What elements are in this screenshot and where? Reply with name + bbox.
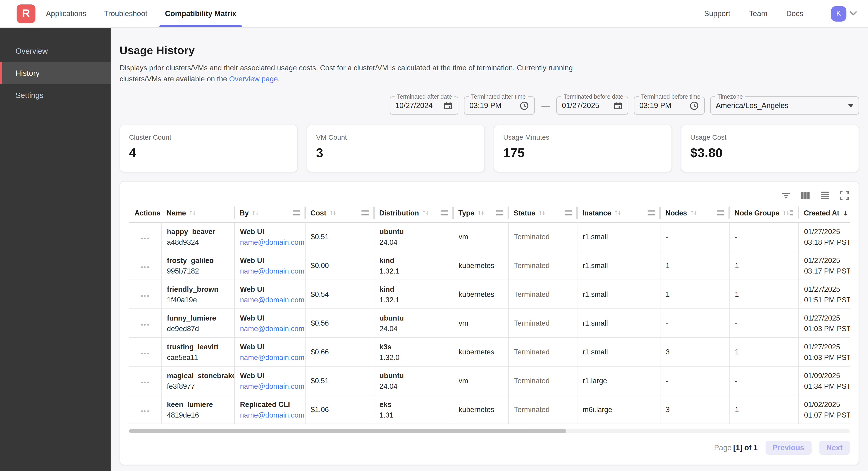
clock-icon[interactable] xyxy=(689,100,699,110)
column-menu-icon[interactable] xyxy=(362,210,369,215)
cell-created: 01/27/202501:03 PM PST xyxy=(798,337,849,366)
cell-by: Replicated CLIname@domain.com xyxy=(234,395,305,424)
next-button[interactable]: Next xyxy=(819,441,850,454)
avatar[interactable]: K xyxy=(831,6,846,21)
nav-link-docs[interactable]: Docs xyxy=(786,9,803,18)
distribution-version: 24.04 xyxy=(379,237,451,247)
row-actions-button[interactable] xyxy=(139,264,151,270)
column-menu-icon[interactable] xyxy=(496,210,503,215)
terminated-before-date-field[interactable]: Terminated before date 01/27/2025 xyxy=(556,96,628,115)
column-menu-icon[interactable] xyxy=(648,210,655,215)
column-label: Distribution xyxy=(379,209,419,217)
field-label: Terminated after date xyxy=(395,93,454,100)
terminated-after-date-field[interactable]: Terminated after date 10/27/2024 xyxy=(390,96,458,115)
tab-troubleshoot[interactable]: Troubleshoot xyxy=(104,0,147,27)
row-actions-button[interactable] xyxy=(139,408,151,414)
cluster-id: 1f40a19e xyxy=(167,294,232,305)
timezone-select[interactable]: Timezone America/Los_Angeles xyxy=(710,96,859,115)
app-logo[interactable]: R xyxy=(17,4,35,23)
distribution-version: 1.32.1 xyxy=(379,294,451,305)
column-header-instance[interactable]: Instance↑↓ xyxy=(577,204,660,223)
density-icon[interactable] xyxy=(819,190,831,201)
columns-icon[interactable] xyxy=(800,190,811,201)
cell-instance: r1.small xyxy=(577,280,660,309)
column-header-status[interactable]: Status↑↓ xyxy=(508,204,577,223)
description-line-2-text: clusters/VMs are available on the xyxy=(120,75,229,83)
sort-icon: ↑↓ xyxy=(189,210,196,216)
nav-link-team[interactable]: Team xyxy=(749,9,767,18)
user-email-link[interactable]: name@domain.com xyxy=(240,265,303,276)
column-header-cost[interactable]: Cost↑↓ xyxy=(305,204,374,223)
cell-distribution: kind1.32.1 xyxy=(374,280,453,309)
distribution-version: 1.31 xyxy=(379,410,451,420)
filter-icon[interactable] xyxy=(780,190,792,201)
cell-distribution: ubuntu24.04 xyxy=(374,366,453,395)
user-email-link[interactable]: name@domain.com xyxy=(240,323,303,334)
column-header-type[interactable]: Type↑↓ xyxy=(453,204,508,223)
previous-button[interactable]: Previous xyxy=(766,441,812,454)
column-menu-icon[interactable] xyxy=(790,210,793,215)
column-label: Name xyxy=(166,209,186,217)
row-actions-button[interactable] xyxy=(139,321,151,327)
user-email-link[interactable]: name@domain.com xyxy=(240,410,303,420)
terminated-after-time-field[interactable]: Terminated after time 03:19 PM xyxy=(464,96,535,115)
description-line-1: Displays prior clusters/VMs and their as… xyxy=(120,63,859,73)
row-actions-button[interactable] xyxy=(139,379,151,385)
row-actions-button[interactable] xyxy=(139,350,151,356)
column-header-nodes[interactable]: Nodes↑↓ xyxy=(660,204,729,223)
created-time: 03:18 PM PST xyxy=(804,237,847,247)
created-by: Web UI xyxy=(240,370,303,381)
page-indicator: Page[1] of 1 xyxy=(714,444,758,452)
horizontal-scrollbar[interactable] xyxy=(129,429,850,433)
sidebar-item-overview[interactable]: Overview xyxy=(0,40,111,62)
column-menu-icon[interactable] xyxy=(717,210,724,215)
terminated-before-time-field[interactable]: Terminated before time 03:19 PM xyxy=(634,96,705,115)
created-by: Web UI xyxy=(240,255,303,266)
stat-label: Usage Cost xyxy=(690,134,850,141)
overview-page-link[interactable]: Overview page xyxy=(229,75,278,83)
cell-nodes: 3 xyxy=(660,337,729,366)
tab-compatibility-matrix[interactable]: Compatibility Matrix xyxy=(165,0,236,27)
column-menu-icon[interactable] xyxy=(293,210,300,215)
row-actions-button[interactable] xyxy=(139,293,151,299)
column-menu-icon[interactable] xyxy=(441,210,448,215)
user-email-link[interactable]: name@domain.com xyxy=(240,294,303,305)
column-header-distribution[interactable]: Distribution↑↓ xyxy=(374,204,453,223)
field-value: America/Los_Angeles xyxy=(716,101,845,110)
column-header-name[interactable]: Name↑↓ xyxy=(161,204,234,223)
created-date: 01/02/2025 xyxy=(804,399,847,410)
sidebar-item-history[interactable]: History xyxy=(0,62,111,84)
distribution-name: ubuntu xyxy=(379,313,451,323)
cluster-name: magical_stonebraker xyxy=(167,370,232,381)
distribution-version: 1.32.1 xyxy=(379,265,451,276)
cell-by: Web UIname@domain.com xyxy=(234,366,305,395)
column-header-created-at[interactable]: Created At↓ xyxy=(798,204,849,223)
account-menu[interactable]: K xyxy=(831,6,857,21)
calendar-icon[interactable] xyxy=(614,101,623,110)
horizontal-scrollbar-thumb[interactable] xyxy=(129,429,566,433)
cell-name: funny_lumierede9ed87d xyxy=(161,309,234,337)
column-header-by[interactable]: By↑↓ xyxy=(234,204,305,223)
user-email-link[interactable]: name@domain.com xyxy=(240,381,303,391)
column-menu-icon[interactable] xyxy=(565,210,572,215)
calendar-icon[interactable] xyxy=(443,101,453,110)
cell-distribution: ubuntu24.04 xyxy=(374,223,453,251)
user-email-link[interactable]: name@domain.com xyxy=(240,352,303,362)
sidebar-item-settings[interactable]: Settings xyxy=(0,84,111,106)
cell-distribution: k3s1.32.0 xyxy=(374,337,453,366)
clock-icon[interactable] xyxy=(519,100,529,110)
cell-actions xyxy=(129,337,161,366)
page-description: Displays prior clusters/VMs and their as… xyxy=(120,63,859,84)
tab-applications[interactable]: Applications xyxy=(46,0,86,27)
chevron-down-icon xyxy=(850,11,857,16)
user-email-link[interactable]: name@domain.com xyxy=(240,237,303,247)
fullscreen-icon[interactable] xyxy=(839,190,850,201)
column-header-node-groups[interactable]: Node Groups↑↓ xyxy=(729,204,798,223)
field-label: Timezone xyxy=(715,93,745,100)
row-actions-button[interactable] xyxy=(139,235,151,241)
nav-link-support[interactable]: Support xyxy=(704,9,731,18)
column-header-actions[interactable]: Actions xyxy=(129,204,161,223)
column-label: Actions xyxy=(134,209,161,217)
created-date: 01/27/2025 xyxy=(804,226,847,237)
cell-nodes: 1 xyxy=(660,280,729,309)
